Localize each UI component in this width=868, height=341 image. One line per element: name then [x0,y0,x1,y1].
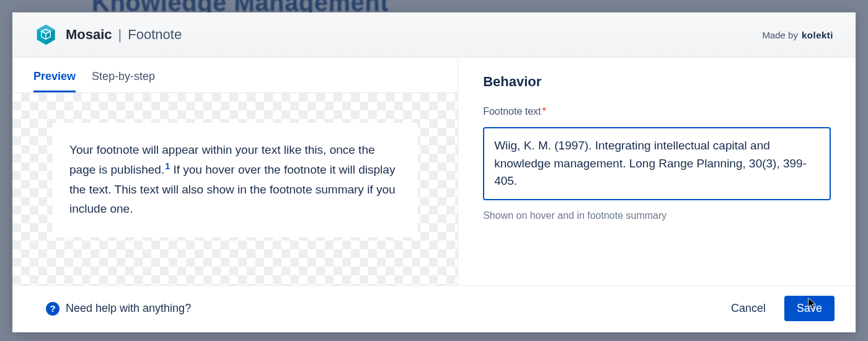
help-icon: ? [46,302,60,316]
modal-header: Mosaic | Footnote Made by kolekti [12,12,856,58]
preview-body-text: Your footnote will appear within your te… [69,140,401,219]
footnote-text-label: Footnote text* [483,106,831,117]
modal-subtitle: Footnote [128,27,182,43]
title-divider: | [118,27,122,43]
preview-card: Your footnote will appear within your te… [52,123,418,237]
modal-header-left: Mosaic | Footnote [35,24,182,46]
footnote-text-field: Footnote text* [483,106,831,117]
cancel-button[interactable]: Cancel [727,297,769,320]
right-pane: Behavior Footnote text* Shown on hover a… [458,58,856,285]
footnote-text-help: Shown on hover and in footnote summary [483,210,831,221]
help-link-text: Need help with anything? [66,302,191,315]
footnote-superscript[interactable]: 1 [164,161,170,171]
footer-actions: Cancel Save [727,296,835,321]
footnote-modal: Mosaic | Footnote Made by kolekti Previe… [12,12,856,332]
made-by-prefix: Made by [762,30,798,40]
tab-step-by-step[interactable]: Step-by-step [92,66,155,92]
preview-area: Your footnote will appear within your te… [12,93,458,285]
footnote-text-input[interactable] [483,127,831,200]
made-by-label: Made by kolekti [762,30,833,40]
field-label-text: Footnote text [483,106,541,117]
modal-title: Mosaic | Footnote [66,27,182,43]
behavior-heading: Behavior [483,74,831,90]
made-by-brand: kolekti [802,30,833,40]
save-button[interactable]: Save [784,296,835,321]
left-pane: Preview Step-by-step Your footnote will … [12,58,458,285]
modal-footer: ? Need help with anything? Cancel Save [12,285,856,332]
tabs: Preview Step-by-step [12,58,458,93]
mosaic-logo-icon [35,24,57,46]
required-marker: * [542,106,546,117]
help-link[interactable]: ? Need help with anything? [46,302,191,316]
modal-body: Preview Step-by-step Your footnote will … [12,58,856,285]
tab-preview[interactable]: Preview [33,66,76,92]
brand-name: Mosaic [66,27,112,43]
